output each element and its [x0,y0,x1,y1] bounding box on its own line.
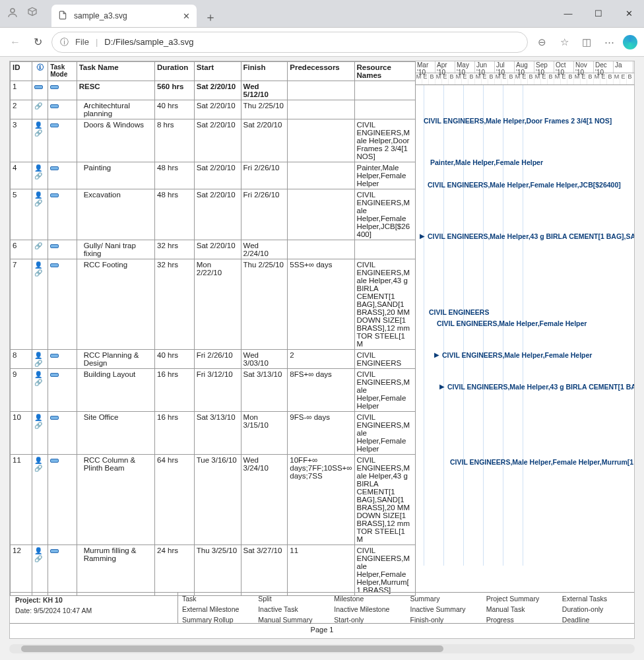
col-duration: Duration [155,62,195,81]
tab-close-icon[interactable]: ✕ [183,11,190,21]
task-table: ID 🛈 Task Mode Task Name Duration Start … [10,61,416,596]
cell-finish: Fri 2/26/10 [241,162,288,189]
legend-item: Project Summary [486,594,554,605]
cell-resources: CIVIL ENGINEERS,Male Helper,Female Helpe… [354,412,416,455]
cell-start: Tue 3/16/10 [194,455,241,545]
split-screen-icon[interactable]: ◫ [578,36,595,48]
timeline-tick: E [422,73,429,84]
cell-duration: 64 hrs [155,455,195,545]
timeline-month: Oct '10 [554,61,574,73]
cell-start: Thu 3/25/10 [194,545,241,596]
cell-resources: CIVIL ENGINEERS,Male Helper,43 g BIRLA C… [354,455,416,545]
timeline-tick: B [449,73,455,84]
timeline-tick: E [501,73,508,84]
user-icon[interactable] [7,7,18,21]
cell-start: Mon 2/22/10 [194,259,241,350]
cell-task-name: Architechtural planning [77,100,154,119]
timeline-tick: M [435,73,442,84]
close-button[interactable]: ✕ [614,0,644,27]
cell-id: 5 [11,189,32,240]
new-tab-button[interactable]: ＋ [201,7,220,27]
timeline-tick: B [627,73,633,84]
favorite-icon[interactable]: ☆ [556,36,573,48]
cell-indicator: 👤 🔗 [32,119,48,162]
more-icon[interactable]: ⋯ [600,36,618,48]
gantt-bar-label: CIVIL ENGINEERS,Male Helper,43 g BIRLA C… [428,232,634,240]
cell-predecessors [288,119,354,162]
table-row[interactable]: 6🔗Gully/ Nani trap fixing32 hrsSat 2/20/… [11,240,416,259]
gantt-arrow-icon: ▶ [420,232,425,240]
copilot-icon[interactable] [623,35,637,50]
horizontal-scrollbar[interactable] [9,644,635,653]
table-row[interactable]: 1RESC560 hrsSat 2/20/10Wed 5/12/10 [11,81,416,100]
browser-tab[interactable]: sample_a3.svg ✕ [51,5,197,27]
table-row[interactable]: 12👤 🔗Murrum filling & Ramming24 hrsThu 3… [11,545,416,596]
cell-start: Sat 3/13/10 [194,412,241,455]
cell-finish: Wed 3/24/10 [241,455,288,545]
table-row[interactable]: 2🔗Architechtural planning40 hrsSat 2/20/… [11,100,416,119]
cell-mode [48,412,77,455]
cell-finish: Sat 3/13/10 [241,369,288,412]
gantt-bar-label: CIVIL ENGINEERS,Male Helper,Female Helpe… [428,181,621,189]
cell-duration: 40 hrs [155,100,195,119]
legend-item: Duration-only [562,605,630,615]
cell-resources: CIVIL ENGINEERS,Male Helper,Door Frames … [354,119,416,162]
cell-predecessors: 2 [288,350,354,369]
cell-id: 2 [11,100,32,119]
scrollbar-thumb[interactable] [21,645,443,652]
timeline-month: Jun '10 [475,61,495,73]
timeline-tick: M [495,73,501,84]
timeline-tick: B [567,73,574,84]
cell-indicator [32,81,48,100]
cell-predecessors: 11 [288,545,354,596]
table-row[interactable]: 8👤 🔗RCC Planning & Design40 hrsFri 2/26/… [11,350,416,369]
cell-mode [48,119,77,162]
table-row[interactable]: 9👤 🔗Building Layout16 hrsFri 3/12/10Sat … [11,369,416,412]
timeline-tick: M [554,73,561,84]
legend-item: External Milestone [182,605,250,615]
cell-task-name: Building Layout [77,369,154,412]
table-row[interactable]: 7👤 🔗RCC Footing32 hrsMon 2/22/10Thu 2/25… [11,259,416,350]
url-path: D:/Files/sample_a3.svg [104,37,193,47]
cell-start: Sat 2/20/10 [194,162,241,189]
table-row[interactable]: 4👤 🔗Painting48 hrsSat 2/20/10Fri 2/26/10… [11,162,416,189]
legend-item: Split [258,594,326,605]
timeline-tick: E [521,73,528,84]
workspaces-icon[interactable] [26,7,38,21]
cell-start: Sat 2/20/10 [194,119,241,162]
cell-predecessors: 10FF+∞ days;7FF;10SS+∞ days;7SS [288,455,354,545]
cell-indicator: 👤 🔗 [32,455,48,545]
url-scheme: File [75,37,89,47]
cell-id: 3 [11,119,32,162]
cell-duration: 48 hrs [155,162,195,189]
table-row[interactable]: 10👤 🔗Site Office16 hrsSat 3/13/10Mon 3/1… [11,412,416,455]
cell-duration: 32 hrs [155,259,195,350]
refresh-button[interactable]: ↻ [29,36,46,48]
timeline-tick: B [528,73,534,84]
timeline-tick: M [614,73,620,84]
cell-task-name: Excavation [77,189,154,240]
cell-resources [354,81,416,100]
cell-task-name: Site Office [77,412,154,455]
timeline-tick: M [416,73,422,84]
timeline-month: May '10 [455,61,475,73]
table-row[interactable]: 5👤 🔗Excavation48 hrsSat 2/20/10Fri 2/26/… [11,189,416,240]
minimize-button[interactable]: ― [553,0,583,27]
cell-indicator: 👤 🔗 [32,412,48,455]
cell-mode [48,189,77,240]
url-field[interactable]: ⓘ File | D:/Files/sample_a3.svg [51,32,528,53]
col-indicator: 🛈 [32,62,48,81]
cell-id: 12 [11,545,32,596]
cell-duration: 48 hrs [155,189,195,240]
table-row[interactable]: 3👤 🔗Doors & Windows8 hrsSat 2/20/10Sat 2… [11,119,416,162]
maximize-button[interactable]: ☐ [583,0,614,27]
timeline-tick: E [620,73,627,84]
zoom-icon[interactable]: ⊖ [533,36,550,48]
timeline-tick: B [607,73,614,84]
table-row[interactable]: 11👤 🔗RCC Column & Plinth Beam64 hrsTue 3… [11,455,416,545]
col-predecessors: Predecessors [288,62,354,81]
gantt-bar-label: CIVIL ENGINEERS,Male Helper,Female Helpe… [437,319,587,327]
back-button[interactable]: ← [7,36,24,48]
gantt-bar-label: CIVIL ENGINEERS [429,308,489,316]
legend-item: Inactive Milestone [334,605,402,615]
